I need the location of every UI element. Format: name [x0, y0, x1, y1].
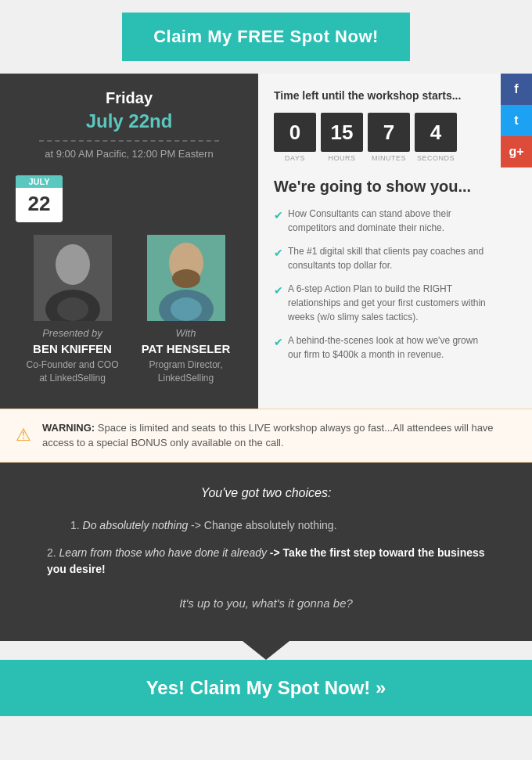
show-you-title: We're going to show you...	[274, 178, 489, 196]
google-plus-icon: g+	[509, 145, 523, 159]
page-wrapper: Claim My FREE Spot Now! Friday July 22nd…	[0, 0, 532, 716]
bullet-item-3: ✔ A 6-step Action Plan to build the RIGH…	[274, 282, 489, 324]
bullet-text-4: A behind-the-scenes look at how we've gr…	[288, 333, 489, 362]
right-panel: Time left until the workshop starts... 0…	[258, 74, 532, 409]
arrow-down	[0, 641, 532, 660]
countdown-hours-label: HOURS	[321, 154, 363, 162]
presenter-pat-photo	[147, 235, 225, 321]
bottom-cta-section: Yes! Claim My Spot Now! »	[0, 660, 532, 716]
warning-text: WARNING: Space is limited and seats to t…	[42, 420, 516, 451]
svg-point-3	[57, 297, 88, 321]
bullet-item-2: ✔ The #1 digital skill that clients pay …	[274, 244, 489, 272]
countdown-seconds-label: SECONDS	[415, 154, 457, 162]
warning-bar: ⚠ WARNING: Space is limited and seats to…	[0, 409, 532, 463]
date-full: July 22nd	[16, 110, 243, 132]
date-divider	[39, 140, 219, 142]
main-content: Friday July 22nd at 9:00 AM Pacific, 12:…	[0, 74, 532, 409]
countdown-days: 0 DAYS	[274, 113, 316, 162]
top-cta-section: Claim My FREE Spot Now!	[0, 0, 532, 74]
countdown-minutes-label: MINUTES	[368, 154, 410, 162]
svg-point-1	[56, 244, 90, 285]
presenter-pat-with-label: With	[137, 327, 235, 339]
countdown-minutes: 7 MINUTES	[368, 113, 410, 162]
cal-header: July	[16, 175, 63, 188]
choices-title: You've got two choices:	[47, 486, 485, 500]
calendar-icon: July 22	[16, 175, 63, 222]
presenter-ben: Presented by BEN KNIFFEN Co-Founder and …	[16, 235, 129, 385]
countdown: 0 DAYS 15 HOURS 7 MINUTES 4 SECONDS	[274, 113, 489, 162]
arrow-down-shape	[243, 641, 289, 660]
choice-1-italic: Do absolutely nothing	[83, 519, 189, 531]
checkmark-icon-4: ✔	[274, 334, 283, 351]
bullet-text-3: A 6-step Action Plan to build the RIGHT …	[288, 282, 489, 324]
twitter-icon: t	[514, 113, 518, 128]
warning-strong: WARNING:	[42, 422, 95, 434]
time-info: at 9:00 AM Pacific, 12:00 PM Eastern	[16, 148, 243, 160]
presenters: Presented by BEN KNIFFEN Co-Founder and …	[16, 235, 243, 385]
social-sidebar: f t g+	[501, 74, 532, 167]
bullet-item-4: ✔ A behind-the-scenes look at how we've …	[274, 333, 489, 362]
presenter-pat: With PAT HENSELER Program Director, Link…	[129, 235, 243, 385]
facebook-button[interactable]: f	[501, 74, 532, 105]
bottom-cta-button[interactable]: Yes! Claim My Spot Now! »	[146, 677, 386, 699]
choice-1: 1. Do absolutely nothing -> Change absol…	[47, 517, 485, 534]
bottom-dark-section: You've got two choices: 1. Do absolutely…	[0, 463, 532, 641]
countdown-seconds-value: 4	[415, 113, 457, 152]
countdown-seconds: 4 SECONDS	[415, 113, 457, 162]
bullet-list: ✔ How Consultants can stand above their …	[274, 207, 489, 362]
svg-point-8	[171, 297, 202, 321]
bullet-text-2: The #1 digital skill that clients pay co…	[288, 244, 489, 272]
presenter-ben-label: Presented by	[23, 327, 121, 339]
presenter-pat-title: Program Director, LinkedSelling	[137, 358, 235, 385]
its-up-to-you: It's up to you, what's it gonna be?	[47, 596, 485, 610]
choice-1-rest: -> Change absolutely nothing.	[188, 519, 336, 531]
countdown-hours-value: 15	[321, 113, 363, 152]
countdown-hours: 15 HOURS	[321, 113, 363, 162]
choice-2-italic: Learn from those who have done it alread…	[59, 546, 267, 559]
left-panel: Friday July 22nd at 9:00 AM Pacific, 12:…	[0, 74, 258, 409]
bullet-item-1: ✔ How Consultants can stand above their …	[274, 207, 489, 235]
date-header: Friday July 22nd	[16, 89, 243, 132]
google-plus-button[interactable]: g+	[501, 136, 532, 167]
timer-label: Time left until the workshop starts...	[274, 89, 489, 102]
presenter-ben-title: Co-Founder and COO at LinkedSelling	[23, 358, 121, 385]
presenter-pat-name: PAT HENSELER	[137, 342, 235, 355]
top-cta-button[interactable]: Claim My FREE Spot Now!	[122, 13, 410, 61]
twitter-button[interactable]: t	[501, 105, 532, 136]
choice-1-prefix: 1.	[70, 519, 83, 531]
warning-icon: ⚠	[16, 425, 31, 445]
calendar-icon-wrap: July 22	[16, 175, 243, 222]
countdown-minutes-value: 7	[368, 113, 410, 152]
checkmark-icon-3: ✔	[274, 283, 283, 299]
svg-point-6	[172, 269, 200, 288]
day-name: Friday	[16, 89, 243, 107]
bullet-text-1: How Consultants can stand above their co…	[288, 207, 489, 235]
countdown-days-label: DAYS	[274, 154, 316, 162]
countdown-days-value: 0	[274, 113, 316, 152]
facebook-icon: f	[514, 82, 518, 96]
presenter-ben-name: BEN KNIFFEN	[23, 342, 121, 355]
presenter-ben-photo	[34, 235, 112, 321]
checkmark-icon-2: ✔	[274, 245, 283, 261]
choice-2-prefix: 2.	[47, 546, 59, 559]
cal-day: 22	[16, 188, 63, 219]
checkmark-icon-1: ✔	[274, 207, 283, 224]
warning-body: Space is limited and seats to this LIVE …	[42, 422, 494, 449]
choice-2: 2. Learn from those who have done it alr…	[47, 545, 485, 578]
